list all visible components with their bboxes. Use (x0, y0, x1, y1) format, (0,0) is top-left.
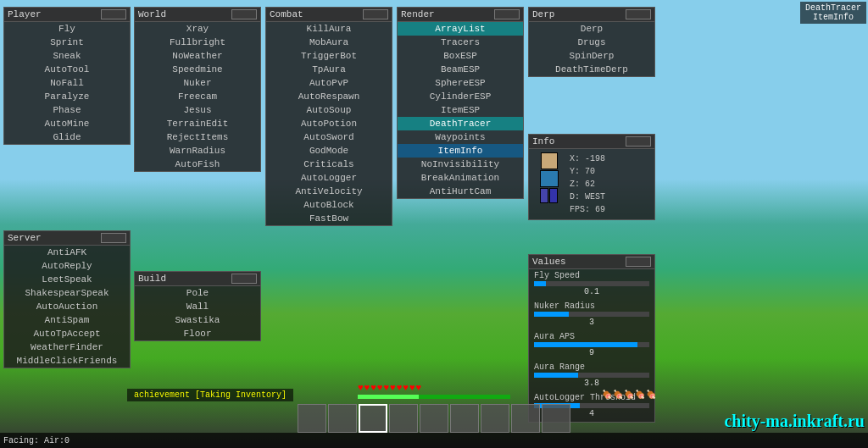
player-menu-item-paralyze[interactable]: Paralyze (4, 90, 130, 103)
render-menu-item-beamesp[interactable]: BeamESP (398, 63, 523, 76)
render-menu-item-deathtracer[interactable]: DeathTracer (398, 117, 523, 130)
hotbar-slot-7[interactable] (481, 404, 509, 433)
server-menu-item-leetspeak[interactable]: LeetSpeak (4, 273, 130, 286)
combat-menu-item-killaura[interactable]: KillAura (266, 22, 392, 36)
world-menu-item-jesus[interactable]: Jesus (135, 103, 260, 117)
fly-speed-slider[interactable]: Fly Speed 0.1 (529, 269, 654, 300)
server-menu-item-autoauction[interactable]: AutoAuction (4, 300, 130, 313)
player-menu-item-autotool[interactable]: AutoTool (4, 63, 130, 76)
server-menu-item-weatherfinder[interactable]: WeatherFinder (4, 340, 130, 354)
world-menu-item-speedmine[interactable]: Speedmine (135, 63, 260, 76)
build-menu-item-wall[interactable]: Wall (135, 300, 260, 313)
derp-menu-item-spindex[interactable]: SpinDerp (529, 49, 654, 63)
player-panel-toggle[interactable] (101, 9, 126, 19)
server-menu-item-antispam[interactable]: AntiSpam (4, 313, 130, 327)
combat-menu-item-autoblock[interactable]: AutoBlock (266, 198, 392, 212)
world-menu-item-noweather[interactable]: NoWeather (135, 49, 260, 63)
world-menu-item-nuker[interactable]: Nuker (135, 76, 260, 90)
hotbar-slot-6[interactable] (450, 404, 479, 433)
aura-range-slider[interactable]: Aura Range 3.8 (529, 361, 654, 391)
hotbar-slot-5[interactable] (420, 404, 448, 433)
render-menu-item-breakanimation[interactable]: BreakAnimation (398, 171, 523, 185)
derp-panel-toggle[interactable] (626, 9, 651, 19)
combat-menu-item-autosoup[interactable]: AutoSoup (266, 103, 392, 117)
render-menu-item-waypoints[interactable]: Waypoints (398, 130, 523, 144)
combat-menu-item-tpaura[interactable]: TpAura (266, 63, 392, 76)
render-menu-item-cylinderesp[interactable]: CylinderESP (398, 90, 523, 103)
combat-menu-item-autopotion[interactable]: AutoPotion (266, 117, 392, 130)
derp-menu-item-drugs[interactable]: Drugs (529, 36, 654, 49)
player-menu-item-sprint[interactable]: Sprint (4, 36, 130, 49)
render-menu-item-sphereesp[interactable]: SphereESP (398, 76, 523, 90)
server-menu-item-middleclick[interactable]: MiddleClickFriends (4, 354, 130, 368)
render-menu-item-tracers[interactable]: Tracers (398, 36, 523, 49)
server-menu-item-shakespeare[interactable]: ShakespearSpeak (4, 286, 130, 300)
avatar-body (540, 170, 559, 187)
combat-panel-title: Combat (270, 9, 303, 19)
build-menu-item-swastika[interactable]: Swastika (135, 313, 260, 327)
combat-menu-item-autosword[interactable]: AutoSword (266, 130, 392, 144)
world-menu-item-freecam[interactable]: Freecam (135, 90, 260, 103)
render-menu-item-itemesp[interactable]: ItemESP (398, 103, 523, 117)
heart-6: ♥ (390, 383, 396, 393)
hotbar-slot-2[interactable] (328, 404, 357, 433)
server-menu-item-autoreply[interactable]: AutoReply (4, 259, 130, 273)
server-panel-toggle[interactable] (101, 233, 126, 243)
combat-menu-item-autorespawn[interactable]: AutoRespawn (266, 90, 392, 103)
combat-menu-item-antivelocity[interactable]: AntiVelocity (266, 185, 392, 198)
world-menu-item-xray[interactable]: Xray (135, 22, 260, 36)
derp-menu-item-deathtimederp[interactable]: DeathTimeDerp (529, 63, 654, 76)
player-menu-item-glide[interactable]: Glide (4, 130, 130, 144)
render-menu-item-arraylist[interactable]: ArrayList (398, 22, 523, 36)
player-menu-item-sneak[interactable]: Sneak (4, 49, 130, 63)
combat-panel-toggle[interactable] (363, 9, 388, 19)
build-panel-toggle[interactable] (231, 274, 257, 284)
aura-aps-label: Aura APS (534, 332, 649, 341)
world-panel-toggle[interactable] (231, 9, 257, 19)
hotbar-slot-4[interactable] (389, 404, 418, 433)
world-menu-item-autofish[interactable]: AutoFish (135, 158, 260, 171)
render-menu-item-iteminfo[interactable]: ItemInfo (398, 144, 523, 158)
combat-menu-item-criticals[interactable]: Criticals (266, 158, 392, 171)
nuker-radius-slider[interactable]: Nuker Radius 3 (529, 300, 654, 330)
hotbar-slot-3[interactable] (359, 404, 387, 433)
combat-menu-item-mobaura[interactable]: MobAura (266, 36, 392, 49)
aura-aps-slider[interactable]: Aura APS 9 (529, 330, 654, 361)
combat-menu-item-fastbow[interactable]: FastBow (266, 212, 392, 225)
combat-menu-item-godmode[interactable]: GodMode (266, 144, 392, 158)
hotbar-slot-8[interactable] (511, 404, 540, 433)
combat-menu-item-triggerbot[interactable]: TriggerBot (266, 49, 392, 63)
server-menu-item-antiafc[interactable]: AntiAFK (4, 246, 130, 259)
values-panel-toggle[interactable] (626, 257, 651, 267)
world-menu-item-warnradius[interactable]: WarnRadius (135, 144, 260, 158)
derp-menu-item-derp[interactable]: Derp (529, 22, 654, 36)
player-menu-item-automine[interactable]: AutoMine (4, 117, 130, 130)
player-menu-item-phase[interactable]: Phase (4, 103, 130, 117)
render-menu-item-noinvisibility[interactable]: NoInvisibility (398, 158, 523, 171)
render-menu-item-boxesp[interactable]: BoxESP (398, 49, 523, 63)
render-menu-item-antihurtcam[interactable]: AntiHurtCam (398, 185, 523, 198)
hotbar-slot-1[interactable] (298, 404, 326, 433)
world-menu-item-fullbright[interactable]: Fullbright (135, 36, 260, 49)
render-panel-toggle[interactable] (494, 9, 520, 19)
info-panel: Info X: -198 Y: 70 Z: 62 D: WEST FPS: 69 (528, 134, 655, 220)
food-2: 🍖 (613, 390, 623, 400)
fly-speed-track[interactable] (534, 281, 649, 286)
server-menu-item-autotpaccept[interactable]: AutoTpAccept (4, 327, 130, 340)
info-panel-header: Info (529, 135, 654, 149)
aura-range-track[interactable] (534, 373, 649, 378)
achievement-prefix: achievement (134, 390, 195, 400)
hotbar-slot-9[interactable] (542, 404, 570, 433)
achievement-bar: achievement [Taking Inventory] (127, 389, 293, 401)
world-menu-item-rejectitems[interactable]: RejectItems (135, 130, 260, 144)
nuker-radius-track[interactable] (534, 312, 649, 317)
aura-aps-track[interactable] (534, 342, 649, 347)
info-panel-toggle[interactable] (626, 136, 651, 147)
player-menu-item-nofall[interactable]: NoFall (4, 76, 130, 90)
world-menu-item-terrainedit[interactable]: TerrainEdit (135, 117, 260, 130)
combat-menu-item-autopvp[interactable]: AutoPvP (266, 76, 392, 90)
build-menu-item-pole[interactable]: Pole (135, 286, 260, 300)
combat-menu-item-autologger[interactable]: AutoLogger (266, 171, 392, 185)
build-menu-item-floor[interactable]: Floor (135, 327, 260, 340)
player-menu-item-fly[interactable]: Fly (4, 22, 130, 36)
